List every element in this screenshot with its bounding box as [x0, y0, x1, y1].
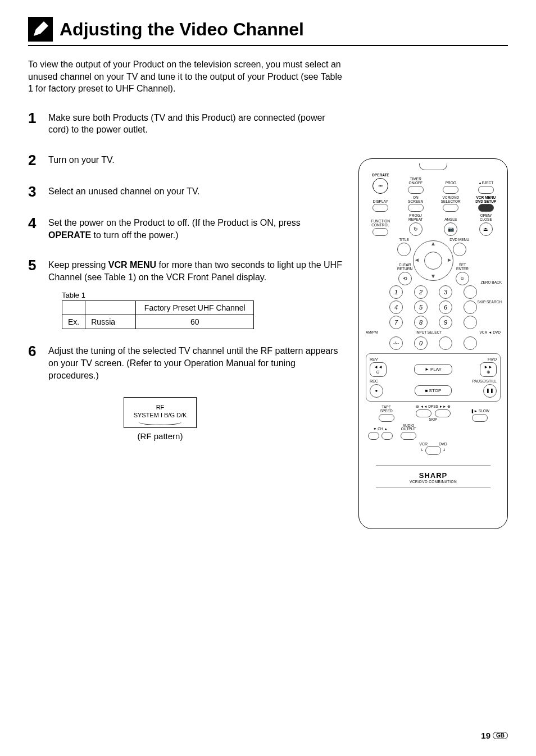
table-header-cell	[85, 301, 136, 315]
divider	[376, 487, 490, 488]
operate-label: OPERATE	[372, 174, 389, 177]
timer-button[interactable]	[408, 186, 424, 194]
dpad-center-button[interactable]	[424, 252, 442, 270]
numpad-row: 1 2 3	[365, 285, 502, 299]
step-number: 6	[28, 343, 48, 358]
audio-button[interactable]	[401, 432, 416, 440]
angle-button[interactable]: 📷	[444, 222, 457, 236]
prog-button[interactable]	[443, 186, 458, 194]
num-3-button[interactable]: 3	[439, 285, 452, 299]
num-4-button[interactable]: 4	[389, 300, 403, 314]
rev-label: REV	[370, 357, 378, 361]
num-7-button[interactable]: 7	[389, 316, 403, 329]
zeroback-button[interactable]	[464, 285, 477, 299]
table-header-cell: Factory Preset UHF Channel	[136, 301, 254, 315]
extra-button[interactable]	[464, 316, 477, 329]
display-button[interactable]	[373, 204, 388, 212]
ir-window-icon	[419, 163, 447, 170]
num-2-button[interactable]: 2	[414, 285, 428, 299]
step-number: 5	[28, 257, 48, 272]
fwd-button[interactable]: ►►⊕	[480, 362, 497, 377]
dvdmenu-button[interactable]	[453, 243, 466, 256]
steps-list: 1 Make sure both Products (TV and this P…	[28, 110, 343, 441]
skipsearch-button[interactable]	[464, 300, 477, 314]
transport-panel: REV FWD ◄◄⊖ ► PLAY ►►⊕ REC PAUSE/STILL ●…	[366, 353, 501, 402]
page-header: Adjusting the Video Channel	[28, 17, 508, 46]
step-text-bold: VCR MENU	[108, 260, 156, 270]
num-0-button[interactable]: 0	[414, 336, 428, 350]
pencil-icon	[28, 17, 53, 42]
step-6: 6 Adjust the tuning of the selected TV c…	[28, 343, 343, 381]
vcrdvd-label: VCR ◄ DVD	[479, 331, 501, 335]
slow-label: ❚► SLOW	[471, 409, 489, 413]
prog-label: PROG	[446, 181, 456, 185]
timer-label: TIMER ON/OFF	[408, 177, 423, 185]
angle-label: ANGLE	[444, 218, 457, 222]
dpad-up-icon[interactable]: ▲	[430, 240, 436, 247]
skip-next-button[interactable]	[435, 409, 451, 417]
zeroback-label: ZERO BACK	[480, 281, 502, 285]
play-button[interactable]: ► PLAY	[414, 364, 452, 375]
dpad: TITLE DVD MENU CLEAR RETURN⟲ SET ENTER⊙ …	[399, 238, 467, 283]
table-header-row: Factory Preset UHF Channel	[62, 301, 254, 315]
num-9-button[interactable]: 9	[439, 316, 452, 329]
ampm-label: AM/PM	[366, 331, 378, 335]
dash-button[interactable]: -/--	[389, 336, 403, 350]
dvd-label: DVD	[439, 442, 447, 446]
dpad-left-icon[interactable]: ◄	[414, 257, 420, 263]
table-caption: Table 1	[62, 291, 343, 299]
repeat-button[interactable]: ↻	[409, 222, 423, 236]
clear-button[interactable]: ⟲	[398, 272, 412, 285]
set-label: SET ENTER	[456, 263, 469, 271]
vcrdvd-button[interactable]	[464, 336, 477, 350]
brand-label: SHARP	[365, 471, 502, 480]
title-button[interactable]	[397, 243, 411, 256]
remote-illustration: OPERATE TIMER ON/OFF PROG ▲EJECT DISPLAY…	[358, 158, 508, 529]
function-label: FUNCTION CONTROL	[371, 220, 390, 227]
operate-button[interactable]	[373, 178, 388, 194]
rec-button[interactable]: ●	[370, 384, 383, 398]
divider	[376, 465, 490, 466]
pause-label: PAUSE/STILL	[472, 379, 497, 383]
ch-up-button[interactable]	[381, 432, 393, 440]
pause-button[interactable]: ❚❚	[483, 384, 497, 398]
dpad-right-icon[interactable]: ►	[447, 257, 452, 263]
region-badge: GB	[493, 732, 508, 739]
table-row: Ex. Russia 60	[62, 315, 254, 329]
skip-prev-button[interactable]	[416, 409, 431, 417]
tapespeed-button[interactable]	[379, 414, 394, 422]
slow-button[interactable]	[472, 414, 488, 422]
clear-label: CLEAR RETURN	[397, 263, 412, 271]
step-text: Keep pressing VCR MENU for more than two…	[48, 257, 343, 283]
vcrdvd-switch-button[interactable]	[425, 446, 441, 455]
rev-button[interactable]: ◄◄⊖	[370, 362, 387, 377]
dpad-down-icon[interactable]: ▼	[430, 273, 436, 279]
rf-line1: RF	[124, 403, 196, 411]
remote-bottom-row: TAPE SPEED ⊖ ◄◄ DPSS ►► ⊕SKIP ❚► SLOW	[365, 405, 502, 422]
eject-button[interactable]	[478, 186, 494, 194]
num-5-button[interactable]: 5	[414, 300, 428, 314]
ch-down-button[interactable]	[368, 432, 379, 440]
input-select-button[interactable]	[439, 336, 452, 350]
selector-button[interactable]	[443, 204, 458, 212]
step-text: Make sure both Products (TV and this Pro…	[48, 110, 343, 136]
onscreen-label: ON SCREEN	[408, 196, 423, 204]
openclose-button[interactable]: ⏏	[479, 222, 493, 236]
stop-button[interactable]: ■ STOP	[415, 385, 452, 396]
num-6-button[interactable]: 6	[439, 300, 452, 314]
num-8-button[interactable]: 8	[414, 316, 428, 329]
step-number: 4	[28, 215, 48, 230]
set-button[interactable]: ⊙	[456, 272, 469, 285]
step-text-pre: Keep pressing	[48, 260, 108, 270]
dvdmenu-label: DVD MENU	[449, 238, 469, 242]
num-1-button[interactable]: 1	[389, 285, 403, 299]
step-2: 2 Turn on your TV.	[28, 152, 343, 167]
vcrmenu-button[interactable]	[478, 204, 494, 212]
page-title: Adjusting the Video Channel	[60, 19, 304, 40]
numpad-row: 7 8 9	[365, 316, 502, 329]
audio-label: AUDIO OUTPUT	[401, 424, 416, 432]
step-1: 1 Make sure both Products (TV and this P…	[28, 110, 343, 136]
ch-label: ▼ CH ▲	[373, 427, 388, 431]
onscreen-button[interactable]	[408, 204, 424, 212]
function-button[interactable]	[373, 228, 388, 236]
